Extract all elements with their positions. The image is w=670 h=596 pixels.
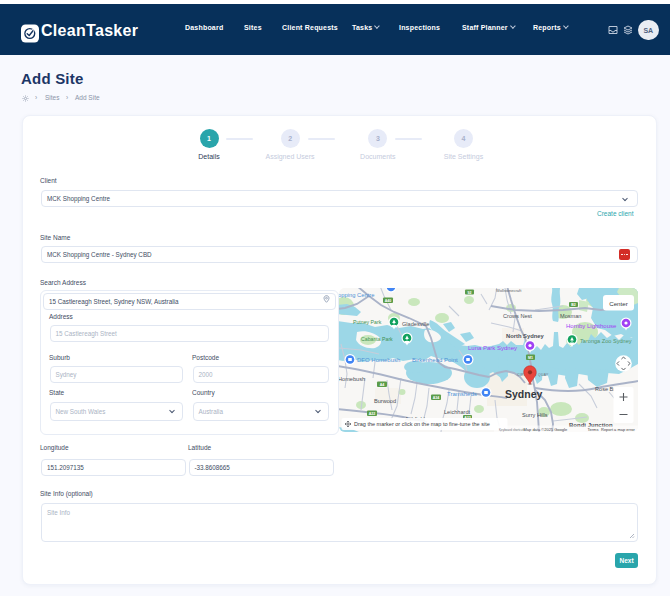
- svg-text:Surry Hills: Surry Hills: [522, 412, 548, 418]
- svg-text:Keyboard shortcuts: Keyboard shortcuts: [499, 428, 525, 432]
- svg-text:Report a map error: Report a map error: [601, 427, 635, 432]
- svg-text:Hornby Lighthouse: Hornby Lighthouse: [566, 323, 617, 329]
- svg-text:Crows Nest: Crows Nest: [503, 313, 532, 319]
- svg-text:Taronga Zoo Sydney: Taronga Zoo Sydney: [580, 338, 632, 344]
- svg-text:Burwood: Burwood: [374, 398, 396, 404]
- svg-text:DFO Homebush: DFO Homebush: [357, 357, 400, 363]
- svg-text:A40: A40: [385, 299, 392, 303]
- svg-text:Putney Park: Putney Park: [353, 319, 382, 325]
- svg-text:Gladesville: Gladesville: [402, 321, 429, 327]
- svg-text:Drag the marker or click on th: Drag the marker or click on the map to f…: [354, 421, 490, 427]
- svg-text:92: 92: [468, 291, 472, 295]
- svg-text:Cabarita Park: Cabarita Park: [361, 336, 393, 342]
- svg-text:Homebush: Homebush: [339, 376, 365, 382]
- svg-text:Birkenhead Point: Birkenhead Point: [412, 357, 458, 363]
- svg-text:Center: Center: [609, 300, 628, 307]
- svg-text:A22: A22: [369, 412, 376, 416]
- svg-text:A34: A34: [433, 396, 440, 400]
- svg-text:Mosman: Mosman: [560, 313, 581, 319]
- svg-text:North Sydney: North Sydney: [506, 333, 544, 339]
- svg-text:opping Centre: opping Centre: [339, 292, 374, 298]
- svg-text:M1: M1: [528, 356, 533, 360]
- svg-text:Luna Park Sydney: Luna Park Sydney: [468, 345, 517, 351]
- svg-text:Map data ©2025 Google: Map data ©2025 Google: [524, 427, 568, 432]
- svg-text:A4: A4: [380, 383, 385, 387]
- svg-text:Wollstonecraft: Wollstonecraft: [496, 288, 522, 293]
- svg-text:Leichhardt: Leichhardt: [444, 409, 471, 415]
- svg-text:Tramsheds: Tramsheds: [447, 391, 477, 397]
- svg-text:Sydney: Sydney: [505, 388, 543, 400]
- svg-text:B2: B2: [571, 303, 576, 307]
- svg-text:Terms: Terms: [588, 427, 599, 432]
